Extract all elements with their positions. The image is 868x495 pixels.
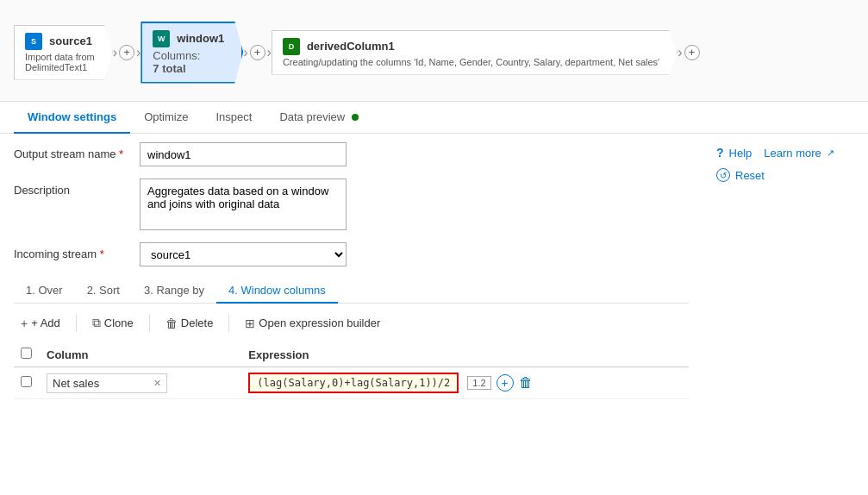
separator-1 (76, 315, 77, 332)
delete-row-icon[interactable]: 🗑 (519, 375, 533, 391)
clone-icon: ⧉ (92, 316, 101, 330)
source1-icon: S (25, 33, 42, 50)
incoming-stream-select[interactable]: source1 (140, 242, 347, 266)
subtab-range-by[interactable]: 3. Range by (132, 279, 216, 304)
output-stream-input[interactable] (140, 142, 347, 166)
add-button[interactable]: + + Add (14, 313, 67, 334)
column-value: Net sales (53, 377, 150, 390)
description-row: Description Aggregates data based on a w… (14, 179, 689, 230)
clone-button[interactable]: ⧉ Clone (85, 312, 141, 334)
add-btn-2[interactable]: + (250, 45, 265, 60)
derivedcolumn1-subtitle: Creating/updating the columns 'Id, Name,… (283, 57, 659, 67)
delete-button[interactable]: 🗑 Delete (159, 313, 221, 334)
help-icon: ? (716, 146, 724, 160)
arrow-3: › (678, 45, 682, 60)
tab-window-settings[interactable]: Window settings (14, 102, 130, 134)
open-expression-builder-button[interactable]: ⊞ Open expression builder (238, 313, 387, 334)
header-checkbox-cell (14, 342, 40, 367)
pipeline-node-source1[interactable]: S source1 Import data from DelimitedText… (14, 25, 113, 80)
row-checkbox-cell (14, 367, 40, 399)
add-btn-1[interactable]: + (119, 45, 134, 60)
window1-title: window1 (177, 32, 224, 45)
derivedcolumn1-title: derivedColumn1 (307, 40, 395, 53)
connector-3: › + (678, 45, 699, 60)
description-label: Description (14, 179, 126, 197)
table-row: Net sales ✕ (lag(Salary,0)+lag(Salary,1)… (14, 367, 689, 399)
expression-text: (lag(Salary,0)+lag(Salary,1))/2 (257, 377, 450, 389)
tabs-bar: Window settings Optimize Inspect Data pr… (0, 102, 868, 134)
delete-icon: 🗑 (165, 316, 178, 330)
toolbar: + + Add ⧉ Clone 🗑 Delete ⊞ Open expressi… (14, 312, 689, 334)
reset-button[interactable]: ↺ Reset (716, 168, 854, 182)
column-clear-icon[interactable]: ✕ (153, 378, 161, 389)
pipeline-node-derivedcolumn1[interactable]: D derivedColumn1 Creating/updating the c… (272, 30, 678, 75)
output-stream-label: Output stream name (14, 142, 126, 160)
data-preview-dot (352, 114, 359, 121)
column-input-box[interactable]: Net sales ✕ (47, 373, 167, 393)
derivedcolumn1-icon: D (283, 38, 300, 55)
add-btn-3[interactable]: + (684, 45, 700, 60)
reset-icon: ↺ (716, 168, 730, 182)
columns-table: Column Expression Net sales ✕ (14, 342, 689, 399)
window1-box[interactable]: W window1 Columns: 7 total (141, 22, 243, 84)
separator-3 (228, 315, 229, 332)
pipeline-header: S source1 Import data from DelimitedText… (0, 0, 868, 102)
main-content: Output stream name Description Aggregate… (0, 134, 868, 408)
incoming-stream-row: Incoming stream source1 (14, 242, 689, 266)
add-icon: + (21, 316, 28, 330)
type-badge: 1.2 (467, 376, 490, 390)
source1-box[interactable]: S source1 Import data from DelimitedText… (14, 25, 113, 80)
subtab-over[interactable]: 1. Over (14, 279, 75, 304)
right-panel: ? Help Learn more ↗ ↺ Reset (716, 142, 854, 399)
connector-1: › + › (113, 45, 141, 60)
select-all-checkbox[interactable] (21, 348, 32, 359)
derivedcolumn1-box[interactable]: D derivedColumn1 Creating/updating the c… (272, 30, 678, 75)
description-textarea[interactable]: Aggregates data based on a window and jo… (140, 179, 347, 230)
expression-input[interactable]: (lag(Salary,0)+lag(Salary,1))/2 (248, 373, 459, 393)
window1-subtitle: Columns: 7 total (153, 49, 224, 75)
source1-title: source1 (49, 34, 92, 47)
help-button[interactable]: ? Help Learn more ↗ (716, 146, 854, 160)
tab-data-preview[interactable]: Data preview (265, 102, 372, 134)
output-stream-row: Output stream name (14, 142, 689, 166)
reset-label: Reset (735, 169, 765, 182)
connector-2: › + › (243, 45, 272, 60)
separator-2 (149, 315, 150, 332)
learn-more-icon: ↗ (827, 147, 834, 159)
tab-optimize[interactable]: Optimize (130, 102, 202, 134)
window1-icon: W (153, 30, 170, 47)
incoming-stream-label: Incoming stream (14, 242, 126, 260)
learn-more-label[interactable]: Learn more (764, 147, 821, 160)
source1-subtitle: Import data from DelimitedText1 (25, 52, 95, 72)
arrow-1: › (113, 45, 117, 60)
header-expression: Expression (241, 342, 689, 367)
row-checkbox[interactable] (21, 376, 32, 387)
expression-wrapper: (lag(Salary,0)+lag(Salary,1))/2 1.2 + 🗑 (248, 373, 682, 393)
add-row-icon[interactable]: + (496, 374, 514, 392)
help-label: Help (729, 147, 752, 160)
arrow-2: › (243, 45, 247, 60)
expression-cell: (lag(Salary,0)+lag(Salary,1))/2 1.2 + 🗑 (241, 367, 689, 399)
column-cell: Net sales ✕ (40, 367, 241, 399)
header-column: Column (40, 342, 241, 367)
subtab-sort[interactable]: 2. Sort (75, 279, 132, 304)
subtab-window-columns[interactable]: 4. Window columns (216, 279, 338, 304)
tab-inspect[interactable]: Inspect (202, 102, 265, 134)
subtabs-bar: 1. Over 2. Sort 3. Range by 4. Window co… (14, 279, 689, 304)
expression-builder-icon: ⊞ (245, 316, 255, 330)
left-panel: Output stream name Description Aggregate… (14, 142, 689, 399)
pipeline-node-window1[interactable]: W window1 Columns: 7 total (141, 22, 243, 84)
